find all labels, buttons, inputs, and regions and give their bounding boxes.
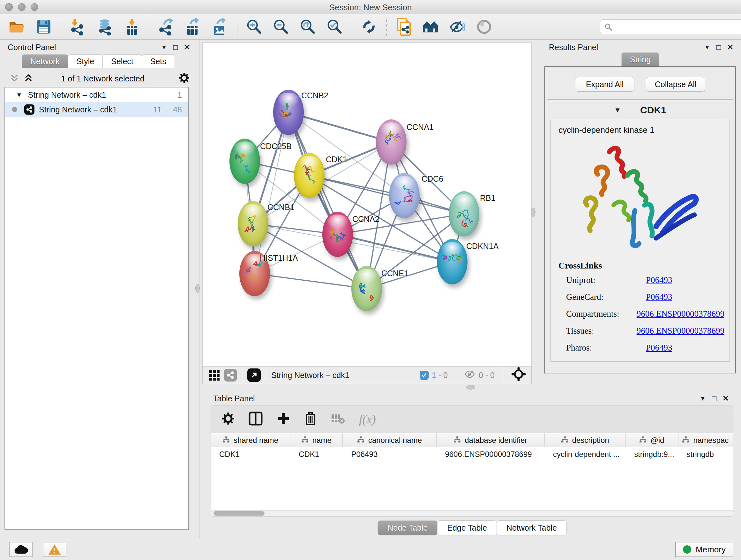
tab-node-table[interactable]: Node Table: [378, 520, 437, 536]
table-options-gear-icon[interactable]: [222, 412, 234, 426]
table-cell[interactable]: stringdb:9...: [626, 447, 678, 461]
export-image-icon[interactable]: [212, 19, 228, 35]
zoom-out-icon[interactable]: [273, 19, 289, 35]
show-columns-icon[interactable]: [249, 412, 263, 427]
network-overview-icon[interactable]: [224, 369, 237, 381]
table-cell[interactable]: CDK1: [211, 447, 290, 461]
table-panel-float-icon[interactable]: □: [709, 394, 720, 403]
network-node-CCNA1[interactable]: [376, 119, 407, 165]
export-table-icon[interactable]: [185, 19, 201, 35]
center-view-crosshair-icon[interactable]: [512, 367, 526, 383]
table-horizontal-scrollbar[interactable]: [211, 510, 733, 516]
export-network-icon[interactable]: [158, 19, 174, 35]
table-panel-menu-icon[interactable]: ▾: [697, 394, 709, 402]
control-panel-menu-icon[interactable]: ▾: [158, 43, 170, 51]
memory-button[interactable]: Memory: [675, 542, 733, 557]
delete-column-trash-icon[interactable]: [304, 411, 317, 427]
birds-eye-grid-icon[interactable]: [209, 370, 219, 381]
table-row[interactable]: CDK1CDK1P064939606.ENSP00000378699cyclin…: [211, 447, 733, 461]
network-node-CDC25B[interactable]: [229, 138, 260, 184]
network-node-CCNE1[interactable]: [351, 266, 382, 311]
column-header-canonical-name[interactable]: canonical name: [343, 433, 436, 447]
network-node-CCNB2[interactable]: [273, 90, 304, 135]
node-label-RB1: RB1: [480, 193, 495, 203]
results-panel-float-icon[interactable]: □: [713, 43, 724, 52]
zoom-fit-icon[interactable]: [300, 19, 316, 35]
import-network-file-icon[interactable]: [70, 19, 86, 35]
table-cell[interactable]: stringdb: [678, 447, 733, 461]
table-cell[interactable]: P06493: [343, 447, 437, 461]
import-network-database-icon[interactable]: [97, 19, 113, 35]
duplicate-network-icon[interactable]: [396, 19, 412, 35]
left-splitter-handle[interactable]: [195, 284, 200, 293]
protein-expander-icon[interactable]: ▼: [614, 106, 621, 114]
network-canvas[interactable]: CCNB2CCNA1CDC25BCDK1CDC6RB1CCNB1CCNA2CDK…: [202, 43, 532, 366]
expand-all-networks-icon[interactable]: [24, 74, 32, 83]
zoom-in-icon[interactable]: [246, 19, 262, 35]
tab-sets[interactable]: Sets: [142, 54, 175, 68]
network-options-gear-icon[interactable]: [179, 72, 190, 84]
table-panel-close-icon[interactable]: ✕: [720, 394, 731, 403]
string-homes-icon[interactable]: [422, 19, 439, 35]
network-edge[interactable]: [288, 112, 391, 142]
right-splitter-handle[interactable]: [531, 208, 536, 217]
table-cell[interactable]: CDK1: [290, 447, 343, 461]
column-header-namespac[interactable]: namespac: [678, 433, 733, 447]
crosslink-link[interactable]: P06493: [646, 343, 672, 353]
tab-string[interactable]: String: [621, 52, 659, 66]
scrollbar-thumb[interactable]: [213, 511, 265, 516]
crosslink-link[interactable]: 9606.ENSP00000378699: [636, 326, 724, 336]
column-header-name[interactable]: name: [290, 433, 343, 447]
crosslink-link[interactable]: 9606.ENSP00000378699: [636, 309, 724, 319]
tab-select[interactable]: Select: [103, 54, 142, 68]
network-edge[interactable]: [288, 112, 367, 289]
hidden-eye-icon[interactable]: [465, 370, 475, 380]
control-panel-float-icon[interactable]: □: [170, 43, 181, 52]
tab-style[interactable]: Style: [68, 54, 103, 68]
search-input[interactable]: [600, 19, 741, 34]
network-node-CDC6[interactable]: [389, 173, 420, 219]
network-node-CCNA2[interactable]: [322, 212, 353, 257]
import-table-icon[interactable]: [124, 19, 140, 35]
warning-status-button[interactable]: [43, 542, 66, 557]
collapse-all-button[interactable]: Collapse All: [646, 77, 705, 91]
node-structure-glyph: [357, 276, 376, 301]
refresh-icon[interactable]: [361, 19, 377, 35]
network-node-CDK1[interactable]: [294, 153, 325, 198]
crosslink-link[interactable]: P06493: [646, 275, 672, 285]
selected-checkbox-icon[interactable]: [420, 371, 428, 380]
save-icon[interactable]: [36, 19, 52, 35]
tree-expander-icon[interactable]: ▼: [16, 91, 22, 99]
network-edge[interactable]: [255, 273, 367, 289]
cloud-status-button[interactable]: [9, 542, 32, 557]
node-structure-glyph: [279, 100, 298, 125]
tab-edge-table[interactable]: Edge Table: [437, 520, 497, 536]
protein-section-header[interactable]: ▼ CDK1: [547, 101, 733, 119]
table-cell[interactable]: cyclin-dependent ...: [545, 447, 626, 461]
network-node-RB1[interactable]: [449, 191, 479, 237]
zoom-selected-icon[interactable]: [327, 19, 343, 35]
network-row[interactable]: String Network – cdk1 11 48: [5, 102, 188, 117]
network-edge[interactable]: [255, 112, 288, 273]
network-node-CDKN1A[interactable]: [437, 239, 468, 285]
table-cell[interactable]: 9606.ENSP00000378699: [436, 447, 545, 461]
bottom-splitter-handle[interactable]: [466, 385, 475, 389]
expand-all-button[interactable]: Expand All: [575, 77, 634, 91]
results-panel-close-icon[interactable]: ✕: [724, 43, 736, 52]
column-header-description[interactable]: description: [545, 433, 626, 447]
column-header-shared-name[interactable]: shared name: [211, 433, 290, 447]
detach-view-icon[interactable]: [247, 368, 261, 382]
tab-network-table[interactable]: Network Table: [496, 520, 567, 536]
tab-network[interactable]: Network: [22, 54, 68, 68]
collapse-all-networks-icon[interactable]: [10, 74, 18, 83]
network-collection-row[interactable]: ▼ String Network – cdk1 1: [5, 87, 188, 102]
control-panel-close-icon[interactable]: ✕: [181, 43, 193, 52]
network-node-CCNB1[interactable]: [238, 201, 268, 246]
hide-unhide-eye-icon[interactable]: [449, 19, 465, 35]
create-column-plus-icon[interactable]: [277, 412, 290, 427]
open-folder-icon[interactable]: [9, 19, 25, 35]
column-header-database-identifier[interactable]: database identifier: [436, 433, 545, 447]
results-panel-menu-icon[interactable]: ▾: [701, 43, 713, 51]
column-header-@id[interactable]: @id: [626, 433, 678, 447]
crosslink-link[interactable]: P06493: [646, 292, 672, 302]
